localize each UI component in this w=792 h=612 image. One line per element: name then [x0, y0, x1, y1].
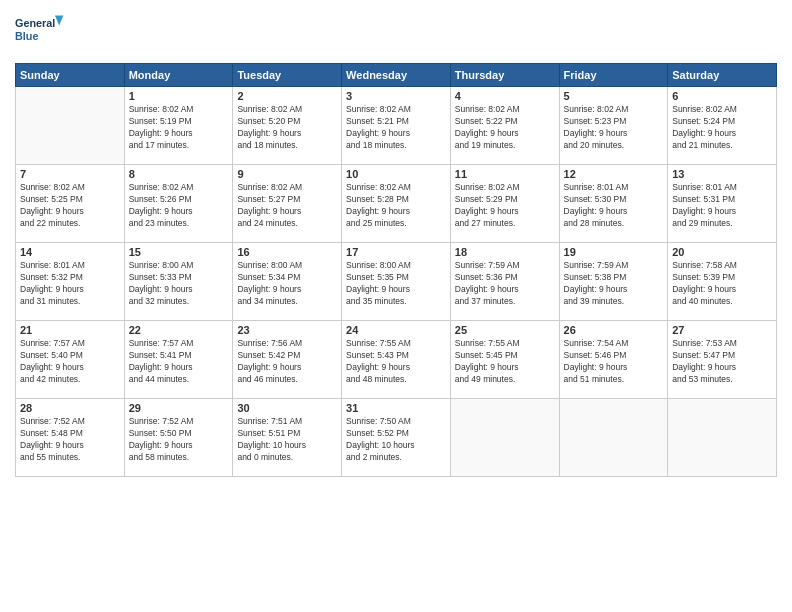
day-info: Sunrise: 8:02 AMSunset: 5:29 PMDaylight:…	[455, 182, 555, 230]
week-row-2: 7Sunrise: 8:02 AMSunset: 5:25 PMDaylight…	[16, 165, 777, 243]
table-cell: 16Sunrise: 8:00 AMSunset: 5:34 PMDayligh…	[233, 243, 342, 321]
table-cell: 15Sunrise: 8:00 AMSunset: 5:33 PMDayligh…	[124, 243, 233, 321]
day-number: 5	[564, 90, 664, 102]
table-cell: 29Sunrise: 7:52 AMSunset: 5:50 PMDayligh…	[124, 399, 233, 477]
table-cell: 3Sunrise: 8:02 AMSunset: 5:21 PMDaylight…	[342, 87, 451, 165]
day-number: 21	[20, 324, 120, 336]
day-number: 30	[237, 402, 337, 414]
table-cell: 6Sunrise: 8:02 AMSunset: 5:24 PMDaylight…	[668, 87, 777, 165]
logo-svg: General Blue	[15, 10, 65, 55]
day-number: 31	[346, 402, 446, 414]
day-number: 20	[672, 246, 772, 258]
day-number: 2	[237, 90, 337, 102]
table-cell: 8Sunrise: 8:02 AMSunset: 5:26 PMDaylight…	[124, 165, 233, 243]
day-number: 22	[129, 324, 229, 336]
day-info: Sunrise: 7:58 AMSunset: 5:39 PMDaylight:…	[672, 260, 772, 308]
day-info: Sunrise: 7:50 AMSunset: 5:52 PMDaylight:…	[346, 416, 446, 464]
table-cell: 5Sunrise: 8:02 AMSunset: 5:23 PMDaylight…	[559, 87, 668, 165]
table-cell: 28Sunrise: 7:52 AMSunset: 5:48 PMDayligh…	[16, 399, 125, 477]
table-cell: 7Sunrise: 8:02 AMSunset: 5:25 PMDaylight…	[16, 165, 125, 243]
header-tuesday: Tuesday	[233, 64, 342, 87]
svg-marker-2	[55, 15, 63, 25]
header-thursday: Thursday	[450, 64, 559, 87]
day-info: Sunrise: 7:59 AMSunset: 5:36 PMDaylight:…	[455, 260, 555, 308]
table-cell: 13Sunrise: 8:01 AMSunset: 5:31 PMDayligh…	[668, 165, 777, 243]
day-info: Sunrise: 8:02 AMSunset: 5:27 PMDaylight:…	[237, 182, 337, 230]
svg-text:Blue: Blue	[15, 30, 38, 42]
day-number: 29	[129, 402, 229, 414]
day-info: Sunrise: 7:59 AMSunset: 5:38 PMDaylight:…	[564, 260, 664, 308]
day-info: Sunrise: 8:01 AMSunset: 5:31 PMDaylight:…	[672, 182, 772, 230]
table-cell: 27Sunrise: 7:53 AMSunset: 5:47 PMDayligh…	[668, 321, 777, 399]
day-number: 27	[672, 324, 772, 336]
day-info: Sunrise: 8:01 AMSunset: 5:30 PMDaylight:…	[564, 182, 664, 230]
day-info: Sunrise: 8:02 AMSunset: 5:23 PMDaylight:…	[564, 104, 664, 152]
header: General Blue	[15, 10, 777, 55]
day-info: Sunrise: 7:51 AMSunset: 5:51 PMDaylight:…	[237, 416, 337, 464]
table-cell: 31Sunrise: 7:50 AMSunset: 5:52 PMDayligh…	[342, 399, 451, 477]
day-info: Sunrise: 8:01 AMSunset: 5:32 PMDaylight:…	[20, 260, 120, 308]
day-info: Sunrise: 7:57 AMSunset: 5:41 PMDaylight:…	[129, 338, 229, 386]
day-info: Sunrise: 8:02 AMSunset: 5:20 PMDaylight:…	[237, 104, 337, 152]
day-number: 9	[237, 168, 337, 180]
day-number: 23	[237, 324, 337, 336]
day-number: 8	[129, 168, 229, 180]
day-info: Sunrise: 8:00 AMSunset: 5:34 PMDaylight:…	[237, 260, 337, 308]
header-wednesday: Wednesday	[342, 64, 451, 87]
table-cell: 1Sunrise: 8:02 AMSunset: 5:19 PMDaylight…	[124, 87, 233, 165]
svg-text:General: General	[15, 17, 55, 29]
day-number: 19	[564, 246, 664, 258]
week-row-4: 21Sunrise: 7:57 AMSunset: 5:40 PMDayligh…	[16, 321, 777, 399]
day-number: 6	[672, 90, 772, 102]
day-number: 7	[20, 168, 120, 180]
day-info: Sunrise: 7:54 AMSunset: 5:46 PMDaylight:…	[564, 338, 664, 386]
day-number: 15	[129, 246, 229, 258]
header-saturday: Saturday	[668, 64, 777, 87]
day-number: 3	[346, 90, 446, 102]
day-number: 11	[455, 168, 555, 180]
table-cell	[668, 399, 777, 477]
table-cell: 14Sunrise: 8:01 AMSunset: 5:32 PMDayligh…	[16, 243, 125, 321]
table-cell: 19Sunrise: 7:59 AMSunset: 5:38 PMDayligh…	[559, 243, 668, 321]
day-info: Sunrise: 7:52 AMSunset: 5:50 PMDaylight:…	[129, 416, 229, 464]
table-cell: 26Sunrise: 7:54 AMSunset: 5:46 PMDayligh…	[559, 321, 668, 399]
header-row: SundayMondayTuesdayWednesdayThursdayFrid…	[16, 64, 777, 87]
day-number: 1	[129, 90, 229, 102]
day-number: 28	[20, 402, 120, 414]
day-number: 4	[455, 90, 555, 102]
table-cell: 12Sunrise: 8:01 AMSunset: 5:30 PMDayligh…	[559, 165, 668, 243]
day-info: Sunrise: 8:00 AMSunset: 5:33 PMDaylight:…	[129, 260, 229, 308]
table-cell: 30Sunrise: 7:51 AMSunset: 5:51 PMDayligh…	[233, 399, 342, 477]
logo: General Blue	[15, 10, 65, 55]
day-info: Sunrise: 8:02 AMSunset: 5:22 PMDaylight:…	[455, 104, 555, 152]
day-info: Sunrise: 8:02 AMSunset: 5:28 PMDaylight:…	[346, 182, 446, 230]
header-friday: Friday	[559, 64, 668, 87]
day-info: Sunrise: 8:02 AMSunset: 5:25 PMDaylight:…	[20, 182, 120, 230]
week-row-1: 1Sunrise: 8:02 AMSunset: 5:19 PMDaylight…	[16, 87, 777, 165]
day-number: 24	[346, 324, 446, 336]
day-info: Sunrise: 7:57 AMSunset: 5:40 PMDaylight:…	[20, 338, 120, 386]
day-number: 12	[564, 168, 664, 180]
day-info: Sunrise: 8:02 AMSunset: 5:21 PMDaylight:…	[346, 104, 446, 152]
table-cell: 20Sunrise: 7:58 AMSunset: 5:39 PMDayligh…	[668, 243, 777, 321]
day-number: 18	[455, 246, 555, 258]
table-cell: 23Sunrise: 7:56 AMSunset: 5:42 PMDayligh…	[233, 321, 342, 399]
day-info: Sunrise: 8:02 AMSunset: 5:26 PMDaylight:…	[129, 182, 229, 230]
table-cell: 17Sunrise: 8:00 AMSunset: 5:35 PMDayligh…	[342, 243, 451, 321]
day-number: 26	[564, 324, 664, 336]
header-monday: Monday	[124, 64, 233, 87]
table-cell: 22Sunrise: 7:57 AMSunset: 5:41 PMDayligh…	[124, 321, 233, 399]
table-cell: 2Sunrise: 8:02 AMSunset: 5:20 PMDaylight…	[233, 87, 342, 165]
day-info: Sunrise: 8:02 AMSunset: 5:19 PMDaylight:…	[129, 104, 229, 152]
table-cell	[559, 399, 668, 477]
day-info: Sunrise: 7:55 AMSunset: 5:45 PMDaylight:…	[455, 338, 555, 386]
day-info: Sunrise: 7:56 AMSunset: 5:42 PMDaylight:…	[237, 338, 337, 386]
table-cell: 21Sunrise: 7:57 AMSunset: 5:40 PMDayligh…	[16, 321, 125, 399]
table-cell: 10Sunrise: 8:02 AMSunset: 5:28 PMDayligh…	[342, 165, 451, 243]
day-info: Sunrise: 8:02 AMSunset: 5:24 PMDaylight:…	[672, 104, 772, 152]
table-cell: 25Sunrise: 7:55 AMSunset: 5:45 PMDayligh…	[450, 321, 559, 399]
table-cell: 11Sunrise: 8:02 AMSunset: 5:29 PMDayligh…	[450, 165, 559, 243]
day-info: Sunrise: 7:55 AMSunset: 5:43 PMDaylight:…	[346, 338, 446, 386]
day-number: 16	[237, 246, 337, 258]
day-info: Sunrise: 7:53 AMSunset: 5:47 PMDaylight:…	[672, 338, 772, 386]
